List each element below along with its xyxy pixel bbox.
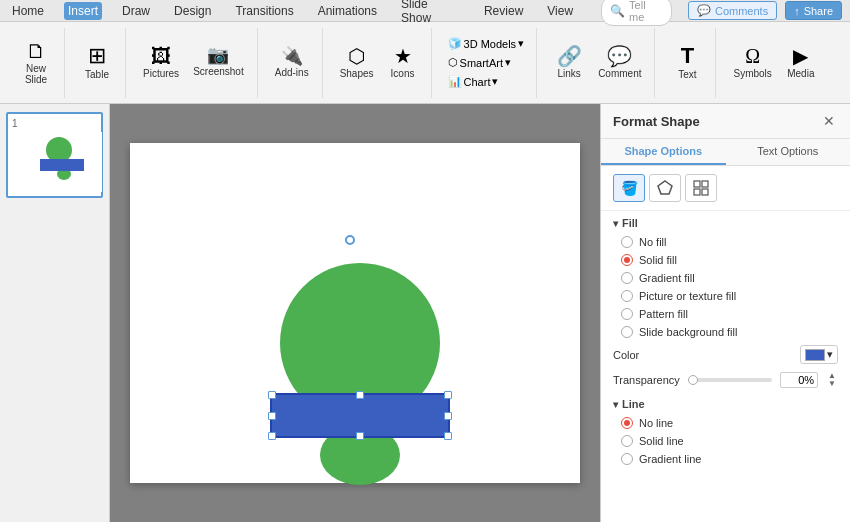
smartart-chevron-icon: ▾: [505, 56, 511, 69]
fill-icon-button[interactable]: 🪣: [613, 174, 645, 202]
new-slide-button[interactable]: 🗋 NewSlide: [16, 38, 56, 88]
pictures-icon: 🖼: [151, 46, 171, 66]
smartart-icon: ⬡: [448, 56, 458, 69]
pattern-fill-label: Pattern fill: [639, 308, 688, 320]
3dmodels-chevron-icon: ▾: [518, 37, 524, 50]
pattern-fill-option[interactable]: Pattern fill: [601, 305, 850, 323]
comment-label: Comment: [598, 68, 641, 79]
pictures-button[interactable]: 🖼 Pictures: [138, 43, 184, 82]
pattern-fill-radio[interactable]: [621, 308, 633, 320]
ribbon-group-addins: 🔌 Add-ins: [262, 28, 323, 98]
menu-review[interactable]: Review: [480, 2, 527, 20]
no-fill-radio[interactable]: [621, 236, 633, 248]
gradient-fill-option[interactable]: Gradient fill: [601, 269, 850, 287]
links-icon: 🔗: [557, 46, 582, 66]
shape-group[interactable]: [260, 263, 440, 308]
fill-section-header[interactable]: ▾ Fill: [601, 211, 850, 233]
shapes-button[interactable]: ⬡ Shapes: [335, 43, 379, 82]
transparency-label: Transparency: [613, 374, 680, 386]
gradient-fill-radio[interactable]: [621, 272, 633, 284]
picture-texture-fill-radio[interactable]: [621, 290, 633, 302]
icons-button[interactable]: ★ Icons: [383, 43, 423, 82]
color-picker-button[interactable]: ▾: [800, 345, 838, 364]
pictures-label: Pictures: [143, 68, 179, 79]
effects-icon-button[interactable]: [649, 174, 681, 202]
format-panel-close-button[interactable]: ✕: [820, 112, 838, 130]
no-fill-label: No fill: [639, 236, 667, 248]
gradient-line-radio[interactable]: [621, 453, 633, 465]
handle-mr[interactable]: [444, 412, 452, 420]
menu-draw[interactable]: Draw: [118, 2, 154, 20]
icon-bar: 🪣: [601, 166, 850, 211]
color-swatch: [805, 349, 825, 361]
comment-button[interactable]: 💬 Comment: [593, 43, 646, 82]
chart-button[interactable]: 📊 Chart ▾: [444, 73, 529, 90]
solid-line-option[interactable]: Solid line: [601, 432, 850, 450]
slide-number: 1: [12, 118, 97, 129]
3dmodels-button[interactable]: 🧊 3D Models ▾: [444, 35, 529, 52]
ribbon-group-new-slide: 🗋 NewSlide: [8, 28, 65, 98]
screenshot-button[interactable]: 📷 Screenshot: [188, 43, 249, 82]
line-section-header[interactable]: ▾ Line: [601, 392, 850, 414]
no-fill-option[interactable]: No fill: [601, 233, 850, 251]
solid-line-radio[interactable]: [621, 435, 633, 447]
shape-rectangle[interactable]: [270, 393, 450, 438]
slider-thumb[interactable]: [688, 375, 698, 385]
handle-bl[interactable]: [268, 432, 276, 440]
line-chevron-icon: ▾: [613, 399, 618, 410]
tab-shape-options[interactable]: Shape Options: [601, 139, 726, 165]
menu-view[interactable]: View: [543, 2, 577, 20]
no-line-option[interactable]: No line: [601, 414, 850, 432]
solid-fill-radio[interactable]: [621, 254, 633, 266]
no-line-radio[interactable]: [621, 417, 633, 429]
menu-home[interactable]: Home: [8, 2, 48, 20]
3dmodels-icon: 🧊: [448, 37, 462, 50]
spinner-down-icon[interactable]: ▼: [826, 380, 838, 388]
size-icon-button[interactable]: [685, 174, 717, 202]
rotate-handle[interactable]: [345, 235, 355, 245]
slide-canvas[interactable]: [130, 143, 580, 483]
color-label: Color: [613, 349, 639, 361]
fill-chevron-icon: ▾: [613, 218, 618, 229]
table-button[interactable]: ⊞ Table: [77, 42, 117, 83]
handle-tr[interactable]: [444, 391, 452, 399]
media-button[interactable]: ▶ Media: [781, 43, 821, 82]
transparency-row: Transparency ▲ ▼: [601, 368, 850, 392]
transparency-slider[interactable]: [688, 378, 772, 382]
handle-br[interactable]: [444, 432, 452, 440]
tab-text-options[interactable]: Text Options: [726, 139, 851, 165]
gradient-line-label: Gradient line: [639, 453, 701, 465]
picture-texture-fill-option[interactable]: Picture or texture fill: [601, 287, 850, 305]
transparency-input[interactable]: [780, 372, 818, 388]
canvas-area[interactable]: [110, 104, 600, 522]
addins-label: Add-ins: [275, 67, 309, 78]
picture-texture-fill-label: Picture or texture fill: [639, 290, 736, 302]
handle-tm[interactable]: [356, 391, 364, 399]
menu-transitions[interactable]: Transitions: [231, 2, 297, 20]
slide-thumbnail-1[interactable]: 1: [6, 112, 103, 198]
gradient-fill-label: Gradient fill: [639, 272, 695, 284]
svg-rect-2: [702, 181, 708, 187]
links-button[interactable]: 🔗 Links: [549, 43, 589, 82]
menu-slideshow[interactable]: Slide Show: [397, 0, 464, 27]
gradient-line-option[interactable]: Gradient line: [601, 450, 850, 468]
handle-tl[interactable]: [268, 391, 276, 399]
text-button[interactable]: T Text: [667, 42, 707, 83]
tell-me-search[interactable]: 🔍 Tell me: [601, 0, 672, 26]
handle-bm[interactable]: [356, 432, 364, 440]
handle-ml[interactable]: [268, 412, 276, 420]
solid-fill-option[interactable]: Solid fill: [601, 251, 850, 269]
slide-bg-fill-option[interactable]: Slide background fill: [601, 323, 850, 341]
ribbon-group-table: ⊞ Table: [69, 28, 126, 98]
addins-button[interactable]: 🔌 Add-ins: [270, 44, 314, 81]
line-section-label: Line: [622, 398, 645, 410]
menu-insert[interactable]: Insert: [64, 2, 102, 20]
slide-bg-fill-radio[interactable]: [621, 326, 633, 338]
symbols-button[interactable]: Ω Symbols: [728, 43, 776, 82]
menu-design[interactable]: Design: [170, 2, 215, 20]
smartart-button[interactable]: ⬡ SmartArt ▾: [444, 54, 529, 71]
comments-button[interactable]: 💬 Comments: [688, 1, 777, 20]
share-button[interactable]: ↑ Share: [785, 1, 842, 20]
transparency-spinner[interactable]: ▲ ▼: [826, 372, 838, 388]
menu-animations[interactable]: Animations: [314, 2, 381, 20]
